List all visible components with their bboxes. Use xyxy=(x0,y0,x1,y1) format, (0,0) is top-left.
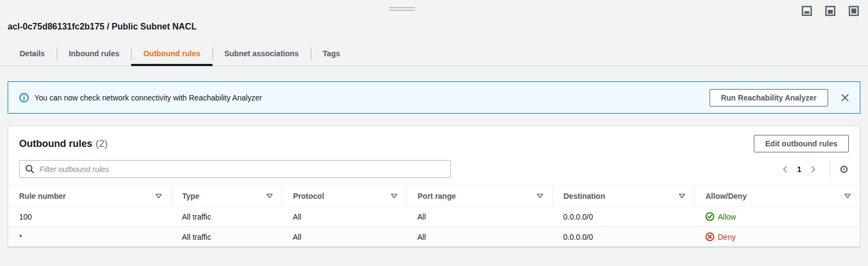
close-icon[interactable] xyxy=(840,93,850,103)
table-row: 100 All traffic All All 0.0.0.0/0 Allow xyxy=(8,206,860,227)
next-page-button[interactable] xyxy=(807,163,820,175)
current-page[interactable]: 1 xyxy=(797,165,801,174)
cell-port-range: All xyxy=(406,206,552,227)
column-header-allow-deny[interactable]: Allow/Deny xyxy=(694,186,860,206)
cell-port-range: All xyxy=(406,227,552,247)
column-header-destination[interactable]: Destination xyxy=(552,186,694,206)
cell-type: All traffic xyxy=(171,227,282,247)
panel-layout-controls xyxy=(801,5,859,16)
cell-destination: 0.0.0.0/0 xyxy=(552,227,694,247)
split-panel-drag-handle[interactable] xyxy=(389,7,415,13)
cell-protocol: All xyxy=(282,206,406,227)
cell-protocol: All xyxy=(282,227,406,247)
previous-page-button[interactable] xyxy=(778,163,792,175)
cell-allow-deny: Deny xyxy=(694,227,860,247)
banner-message: You can now check network connectivity w… xyxy=(34,93,262,102)
rule-count: (2) xyxy=(96,138,108,150)
allow-check-icon xyxy=(705,212,715,221)
cell-type: All traffic xyxy=(171,206,282,227)
top-bar xyxy=(0,0,868,20)
cell-rule-number: * xyxy=(8,227,171,247)
edit-outbound-rules-button[interactable]: Edit outbound rules xyxy=(754,135,849,152)
outbound-rules-table: Rule number Type Protocol Port range Des… xyxy=(8,186,860,246)
filter-icon xyxy=(266,193,273,199)
panel-maximize-icon[interactable] xyxy=(848,5,859,16)
filter-icon xyxy=(391,193,398,199)
page-title: acl-0c75d86131fc2b175 / Public Subnet NA… xyxy=(8,22,868,32)
deny-x-icon xyxy=(705,232,715,241)
table-header-row: Rule number Type Protocol Port range Des… xyxy=(8,186,860,206)
tab-details[interactable]: Details xyxy=(8,43,57,66)
panel-bottom-small-icon[interactable] xyxy=(801,5,812,16)
info-icon xyxy=(19,93,29,103)
panel-title: Outbound rules xyxy=(19,138,92,150)
column-header-protocol[interactable]: Protocol xyxy=(282,186,406,206)
info-banner: You can now check network connectivity w… xyxy=(8,81,860,114)
status-label: Allow xyxy=(718,212,736,221)
cell-destination: 0.0.0.0/0 xyxy=(552,206,694,227)
outbound-rules-panel: Outbound rules (2) Edit outbound rules 1 xyxy=(8,126,860,247)
tab-tags[interactable]: Tags xyxy=(311,43,352,66)
filter-outbound-rules-input[interactable] xyxy=(19,160,451,178)
run-reachability-analyzer-button[interactable]: Run Reachability Analyzer xyxy=(710,89,828,107)
tab-outbound-rules[interactable]: Outbound rules xyxy=(131,43,212,66)
filter-icon xyxy=(536,193,544,199)
cell-allow-deny: Allow xyxy=(694,206,860,227)
filter-icon xyxy=(678,193,686,199)
table-row: * All traffic All All 0.0.0.0/0 Deny xyxy=(8,227,860,247)
filter-icon xyxy=(844,193,851,199)
tab-inbound-rules[interactable]: Inbound rules xyxy=(57,43,132,66)
tab-subnet-associations[interactable]: Subnet associations xyxy=(212,43,311,66)
table-toolbar: 1 ⚙ xyxy=(8,159,860,186)
settings-gear-icon[interactable]: ⚙ xyxy=(839,164,849,175)
tab-bar: Details Inbound rules Outbound rules Sub… xyxy=(0,43,868,66)
column-header-rule-number[interactable]: Rule number xyxy=(8,186,171,206)
column-header-type[interactable]: Type xyxy=(171,186,282,206)
status-label: Deny xyxy=(718,233,736,241)
cell-rule-number: 100 xyxy=(8,206,171,227)
panel-header: Outbound rules (2) Edit outbound rules xyxy=(8,126,860,159)
column-header-port-range[interactable]: Port range xyxy=(406,186,552,206)
filter-icon xyxy=(155,193,162,199)
panel-bottom-half-icon[interactable] xyxy=(825,5,836,16)
pagination: 1 ⚙ xyxy=(778,161,849,178)
